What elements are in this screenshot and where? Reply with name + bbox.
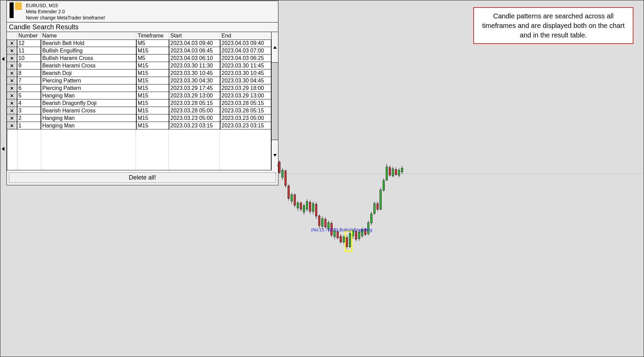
cell-start: 2023.03.30 11:30 [169,62,220,69]
cell-number: 3 [17,107,41,114]
row-delete-button[interactable]: ✕ [9,108,15,114]
table-header-row: Number Name Timeframe Start End [7,32,271,40]
cell-end: 2023.03.23 05:00 [220,114,271,122]
panel-header: EURUSD, M15 Meta Extender 2.0 Never chan… [7,1,278,22]
cell-number: 2 [17,114,41,122]
cell-name: Bearish Doji [41,69,136,77]
row-delete-button[interactable]: ✕ [9,70,15,76]
cell-end: 2023.03.28 05:15 [220,99,271,107]
table-row[interactable]: ✕3Bearish Harami CrossM152023.03.28 05:0… [7,107,271,114]
cell-number: 4 [17,99,41,107]
product-logo-icon [9,2,22,18]
collapse-arrow-top[interactable] [1,56,6,62]
cell-start: 2023.03.28 05:15 [169,99,220,107]
cell-timeframe: M15 [136,84,169,92]
cell-number: 7 [17,77,41,84]
collapse-arrow-bottom[interactable] [1,146,6,152]
cell-name: Bearish Harami Cross [41,62,136,69]
panel-title: Candle Search Results [7,22,278,32]
cell-end: 2023.03.29 13:00 [220,92,271,99]
table-row[interactable]: ✕9Bearish Harami CrossM152023.03.30 11:3… [7,62,271,69]
row-delete-button[interactable]: ✕ [9,115,15,121]
table-row[interactable]: ✕10Bullish Harami CrossM52023.04.03 06:1… [7,55,271,62]
cell-end: 2023.04.03 06:25 [220,55,271,62]
results-panel: EURUSD, M15 Meta Extender 2.0 Never chan… [6,1,278,185]
cell-end: 2023.03.29 18:00 [220,84,271,92]
cell-start: 2023.03.30 10:45 [169,69,220,77]
table-row[interactable]: ✕12Bearish Belt HoldM52023.04.03 09:4020… [7,40,271,47]
svg-marker-0 [2,57,4,61]
cell-name: Bearish Belt Hold [41,40,136,47]
cell-name: Piercing Pattern [41,77,136,84]
cell-timeframe: M15 [136,122,169,129]
cell-end: 2023.03.30 10:45 [220,69,271,77]
cell-name: Hanging Man [41,122,136,129]
cell-timeframe: M15 [136,92,169,99]
table-empty-area [7,129,271,170]
col-name[interactable]: Name [41,32,136,40]
cell-name: Bullish Engulfing [41,47,136,55]
table-scrollbar[interactable] [271,32,278,170]
cell-timeframe: M15 [136,47,169,55]
row-delete-button[interactable]: ✕ [9,85,15,91]
col-number[interactable]: Number [17,32,41,40]
row-delete-button[interactable]: ✕ [9,93,15,99]
candlestick-chart[interactable]: ↓ (No:11 / M15) Bullish Engulfing [278,160,404,263]
table-row[interactable]: ✕8Bearish DojiM152023.03.30 10:452023.03… [7,69,271,77]
table-row[interactable]: ✕1Hanging ManM152023.03.23 03:152023.03.… [7,122,271,129]
annotation-callout: Candle patterns are searched across all … [473,7,633,44]
cell-number: 11 [17,47,41,55]
cell-number: 8 [17,69,41,77]
scroll-track[interactable] [272,63,278,140]
cell-end: 2023.03.23 03:15 [220,122,271,129]
row-delete-button[interactable]: ✕ [9,78,15,84]
col-end[interactable]: End [220,32,271,40]
cell-number: 5 [17,92,41,99]
table-row[interactable]: ✕5Hanging ManM152023.03.29 13:002023.03.… [7,92,271,99]
header-product: Meta Extender 2.0 [26,9,105,15]
table-row[interactable]: ✕11Bullish EngulfingM152023.04.03 06:452… [7,47,271,55]
cell-name: Hanging Man [41,114,136,122]
cell-timeframe: M15 [136,114,169,122]
cell-start: 2023.03.23 03:15 [169,122,220,129]
cell-timeframe: M15 [136,62,169,69]
svg-marker-3 [273,154,277,157]
cell-timeframe: M15 [136,107,169,114]
cell-number: 1 [17,122,41,129]
table-row[interactable]: ✕4Bearish Dragonfly DojiM152023.03.28 05… [7,99,271,107]
cell-name: Piercing Pattern [41,84,136,92]
cell-start: 2023.03.29 13:00 [169,92,220,99]
row-delete-button[interactable]: ✕ [9,40,15,46]
chart-gridline [275,173,643,174]
cell-end: 2023.04.03 07:00 [220,47,271,55]
cell-name: Bearish Harami Cross [41,107,136,114]
row-delete-button[interactable]: ✕ [9,100,15,106]
cell-timeframe: M15 [136,69,169,77]
cell-start: 2023.03.23 05:00 [169,114,220,122]
cell-end: 2023.03.30 04:45 [220,77,271,84]
pattern-highlight-box [345,231,352,252]
cell-number: 9 [17,62,41,69]
scroll-up-icon[interactable] [272,32,278,63]
table-row[interactable]: ✕2Hanging ManM152023.03.23 05:002023.03.… [7,114,271,122]
cell-name: Bearish Dragonfly Doji [41,99,136,107]
cell-start: 2023.03.30 04:30 [169,77,220,84]
cell-number: 6 [17,84,41,92]
cell-name: Bullish Harami Cross [41,55,136,62]
row-delete-button[interactable]: ✕ [9,63,15,69]
delete-all-button[interactable]: Delete all! [9,172,276,183]
pattern-label: (No:11 / M15) Bullish Engulfing [311,227,372,232]
cell-timeframe: M15 [136,77,169,84]
col-timeframe[interactable]: Timeframe [136,32,169,40]
cell-start: 2023.03.28 05:00 [169,107,220,114]
row-delete-button[interactable]: ✕ [9,123,15,129]
cell-timeframe: M5 [136,40,169,47]
row-delete-button[interactable]: ✕ [9,55,15,61]
svg-marker-2 [273,46,277,49]
table-row[interactable]: ✕7Piercing PatternM152023.03.30 04:30202… [7,77,271,84]
cell-end: 2023.03.28 05:15 [220,107,271,114]
row-delete-button[interactable]: ✕ [9,48,15,54]
cell-start: 2023.03.29 17:45 [169,84,220,92]
table-row[interactable]: ✕6Piercing PatternM152023.03.29 17:45202… [7,84,271,92]
col-start[interactable]: Start [169,32,220,40]
